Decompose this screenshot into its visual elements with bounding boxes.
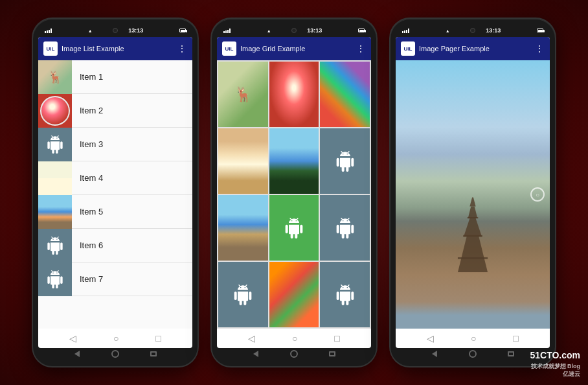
hw-home <box>109 351 122 356</box>
list-thumb-5 <box>38 195 72 229</box>
list-thumb-1 <box>38 60 72 94</box>
phone-grid: ▲ 13:13 UIL Image Grid Example ⋮ <box>210 18 378 368</box>
status-time: 13:13 <box>128 27 143 34</box>
hw-back <box>428 351 441 356</box>
android-grid-icon-9 <box>335 218 356 239</box>
app-bar: UIL Image List Example ⋮ <box>38 37 192 60</box>
svg-rect-6 <box>468 217 479 218</box>
list-item[interactable]: Item 5 <box>38 195 192 229</box>
recent-button[interactable]: □ <box>334 333 339 344</box>
list-item[interactable]: Item 4 <box>38 161 192 195</box>
list-item-label-1: Item 1 <box>72 72 103 82</box>
app-title: Image List Example <box>62 45 174 52</box>
android-icon-6 <box>46 237 64 255</box>
android-grid-icon-10 <box>232 285 253 305</box>
phone-pager: ▲ 13:13 UIL Image Pager Example ⋮ <box>389 18 556 368</box>
battery-icon <box>358 29 365 32</box>
camera-dot <box>470 28 475 33</box>
svg-marker-1 <box>464 218 482 237</box>
list-item[interactable]: Item 2 <box>38 94 192 128</box>
grid-cell-2[interactable] <box>269 62 319 127</box>
app-logo: UIL <box>222 41 236 56</box>
grid-cell-5[interactable] <box>269 128 319 194</box>
pager-content[interactable]: ○ <box>396 60 550 329</box>
recent-button[interactable]: □ <box>513 333 518 344</box>
grid-cell-3[interactable] <box>320 62 370 127</box>
camera-dot <box>291 28 297 33</box>
home-button[interactable]: ○ <box>471 333 476 344</box>
home-button[interactable]: ○ <box>292 333 297 344</box>
list-item-label-3: Item 3 <box>72 139 103 149</box>
signal-bars <box>402 28 409 33</box>
list-thumb-6 <box>38 229 72 262</box>
watermark-sub: 技术成就梦想 Blog亿速云 <box>530 362 580 379</box>
hardware-bottom <box>217 348 371 360</box>
svg-rect-5 <box>463 235 482 237</box>
watermark-site: 51CTO.com <box>530 349 580 362</box>
grid-cell-10[interactable] <box>218 262 268 327</box>
app-bar: UIL Image Pager Example ⋮ <box>396 37 550 60</box>
svg-marker-0 <box>458 237 488 272</box>
phone-screen-pager: UIL Image Pager Example ⋮ <box>396 37 550 348</box>
list-thumb-2 <box>38 94 72 128</box>
grid-cell-6[interactable] <box>320 128 370 194</box>
svg-marker-2 <box>468 207 478 218</box>
list-item-label-7: Item 7 <box>72 274 103 284</box>
hw-back <box>249 351 262 356</box>
back-button[interactable]: ◁ <box>427 333 434 344</box>
grid-cell-11[interactable] <box>269 262 319 327</box>
phone-nav-bar: ◁ ○ □ <box>38 329 192 348</box>
hardware-bottom <box>396 348 550 360</box>
wifi-icon: ▲ <box>446 29 450 33</box>
list-item[interactable]: Item 7 <box>38 262 192 296</box>
android-grid-icon <box>335 151 356 172</box>
svg-marker-3 <box>469 198 475 207</box>
android-icon <box>46 135 64 154</box>
next-page-arrow[interactable]: ○ <box>530 187 545 202</box>
svg-rect-4 <box>458 257 488 259</box>
hw-home <box>288 351 300 356</box>
android-grid-icon-12 <box>335 285 356 305</box>
phone-screen-grid: UIL Image Grid Example ⋮ <box>217 37 371 348</box>
app-menu-icon[interactable]: ⋮ <box>356 43 366 54</box>
phone-nav-bar: ◁ ○ □ <box>396 329 550 348</box>
app-menu-icon[interactable]: ⋮ <box>177 43 187 54</box>
battery-icon <box>537 29 543 32</box>
list-item[interactable]: Item 3 <box>38 128 192 161</box>
grid-cell-12[interactable] <box>320 262 370 327</box>
android-grid-icon-8 <box>284 218 304 239</box>
phone-list: ▲ 13:13 UIL Image List Example ⋮ Item 1 … <box>32 18 199 368</box>
grid-cell-7[interactable] <box>218 195 268 261</box>
grid-cell-4[interactable] <box>218 128 268 194</box>
phone-screen-list: UIL Image List Example ⋮ Item 1 Item 2 <box>38 37 192 348</box>
phone-nav-bar: ◁ ○ □ <box>217 329 371 348</box>
list-thumb-3 <box>38 128 72 161</box>
hw-recent <box>504 351 517 356</box>
watermark: 51CTO.com 技术成就梦想 Blog亿速云 <box>530 349 580 379</box>
back-button[interactable]: ◁ <box>248 333 255 344</box>
home-button[interactable]: ○ <box>113 333 119 344</box>
list-item-label-5: Item 5 <box>72 207 103 216</box>
eiffel-tower <box>453 194 492 275</box>
android-icon-7 <box>46 270 64 288</box>
camera-dot <box>113 28 118 33</box>
list-item-label-2: Item 2 <box>72 106 103 115</box>
grid-cell-9[interactable] <box>320 195 370 261</box>
app-bar: UIL Image Grid Example ⋮ <box>217 37 371 60</box>
list-item[interactable]: Item 6 <box>38 229 192 262</box>
app-title: Image Grid Example <box>240 45 352 52</box>
list-item-label-4: Item 4 <box>72 173 103 183</box>
status-time: 13:13 <box>307 27 322 34</box>
grid-content <box>217 60 371 329</box>
wifi-icon: ▲ <box>88 29 93 33</box>
hw-back <box>71 351 84 356</box>
grid-cell-8[interactable] <box>269 195 319 261</box>
app-menu-icon[interactable]: ⋮ <box>535 43 545 54</box>
app-title: Image Pager Example <box>419 45 531 52</box>
list-item[interactable]: Item 1 <box>38 60 192 94</box>
grid-cell-1[interactable] <box>218 62 268 127</box>
recent-button[interactable]: □ <box>155 333 161 344</box>
back-button[interactable]: ◁ <box>69 333 76 344</box>
wifi-icon: ▲ <box>267 29 271 33</box>
status-time: 13:13 <box>486 27 501 34</box>
